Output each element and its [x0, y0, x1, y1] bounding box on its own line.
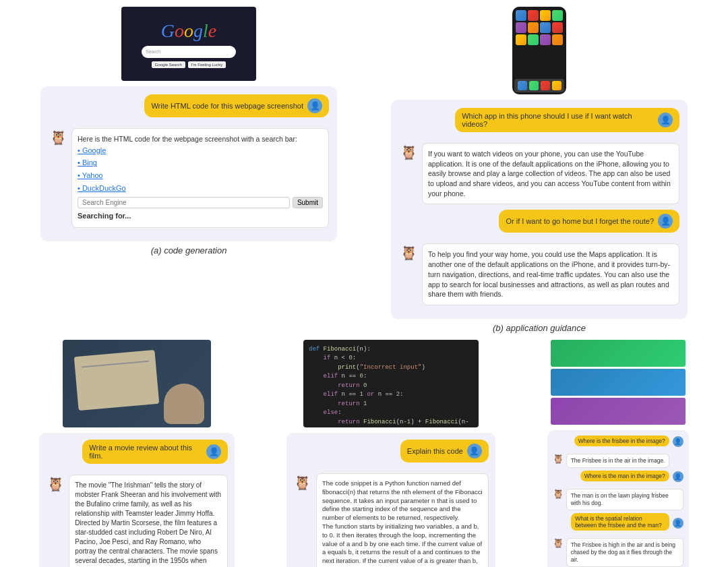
owl-avatar-c: 🦉	[46, 475, 65, 494]
ai-text-d: The code snippet is a Python function na…	[322, 479, 483, 567]
user-avatar-c: 👤	[206, 444, 221, 459]
user-row-b2: Or if I want to go home but I forget the…	[399, 210, 679, 238]
search-input[interactable]	[78, 197, 290, 208]
dock-icon-2	[529, 81, 539, 90]
user-row-b1: Which app in this phone should I use if …	[399, 108, 679, 138]
owl-avatar-b2: 🦉	[399, 243, 418, 262]
ai-text-b2: To help you find your way home, you coul…	[428, 250, 670, 298]
user-bubble-b1: Which app in this phone should I use if …	[455, 108, 679, 132]
mini-user-avatar-2: 👤	[673, 471, 684, 482]
ai-bubble-b1: If you want to watch videos on your phon…	[422, 143, 679, 204]
links-a: • Google • Bing • Yahoo • DuckDuckGo	[78, 144, 323, 195]
user-bubble-a: Write HTML code for this webpage screens…	[144, 94, 329, 117]
link-yahoo[interactable]: • Yahoo	[78, 169, 323, 182]
app-icon-9	[516, 34, 526, 45]
img-placeholder-1	[551, 340, 686, 367]
code-line-2: if n < 0:	[309, 354, 473, 363]
phone-screenshot	[512, 7, 566, 94]
user-bubble-b2: Or if I want to go home but I forget the…	[499, 210, 679, 233]
chat-container-a: Write HTML code for this webpage screens…	[40, 86, 337, 241]
owl-avatar-a: 🦉	[49, 128, 67, 147]
ai-response-b1: 🦉 If you want to watch videos on your ph…	[399, 143, 679, 204]
dock-icon-4	[552, 81, 562, 90]
code-line-5: return 0	[309, 382, 473, 391]
img-placeholder-2	[551, 369, 686, 396]
chat-container-d: Explain this code 👤 🦉 The code snippet i…	[286, 433, 495, 567]
mini-user-avatar-1: 👤	[673, 436, 684, 447]
mini-user-bubble-3: What is the spatial relation between the…	[571, 513, 669, 531]
caption-a: (a) code generation	[151, 245, 227, 256]
user-avatar-a: 👤	[307, 98, 322, 113]
user-icon-a: 👤	[310, 101, 320, 111]
user-bubble-d: Explain this code 👤	[400, 440, 489, 462]
link-bing[interactable]: • Bing	[78, 156, 323, 169]
ai-response-a: 🦉 Here is the HTML code for the webpage …	[49, 128, 329, 228]
search-button[interactable]: Submit	[293, 197, 323, 208]
owl-avatar-b1: 🦉	[399, 143, 418, 162]
app-icon-10	[528, 34, 539, 45]
app-icon-5	[516, 22, 526, 33]
bottom-row: Write a movie review about this film. 👤 …	[13, 340, 715, 567]
app-icon-12	[552, 34, 563, 45]
app-icon-6	[528, 22, 539, 33]
caption-b: (b) application guidance	[493, 323, 586, 333]
user-avatar-d: 👤	[467, 444, 482, 458]
user-message-a: Write HTML code for this webpage screens…	[151, 102, 303, 110]
user-icon-c: 👤	[209, 447, 219, 456]
link-duckduckgo[interactable]: • DuckDuckGo	[78, 182, 323, 195]
google-search-btn: Google Search	[152, 61, 185, 68]
link-google[interactable]: • Google	[78, 144, 323, 157]
user-bubble-c: Write a movie review about this film. 👤	[82, 440, 228, 464]
user-row-c: Write a movie review about this film. 👤	[46, 440, 228, 469]
app-icon-3	[540, 10, 551, 21]
owl-avatar-d: 🦉	[293, 473, 312, 492]
ai-response-d: 🦉 The code snippet is a Python function …	[293, 473, 489, 567]
phone-top-bar	[514, 10, 564, 45]
user-row-e2: Where is the man in the image? 👤	[553, 471, 684, 483]
top-row: Google Search Google Search I'm Feeling …	[13, 7, 715, 333]
mini-owl-1: 🦉	[553, 454, 564, 464]
ai-text-b1: If you want to watch videos on your phon…	[428, 150, 671, 198]
google-search-bar: Search	[142, 46, 236, 58]
app-icon-11	[540, 34, 551, 45]
ai-bubble-d: The code snippet is a Python function na…	[316, 473, 489, 567]
search-bar-mock: Submit	[78, 197, 323, 208]
user-message-b2: Or if I want to go home but I forget the…	[506, 217, 654, 225]
chat-container-c: Write a movie review about this film. 👤 …	[39, 433, 235, 567]
main-container: Google Search Google Search I'm Feeling …	[0, 0, 728, 567]
panel-a: Google Search Google Search I'm Feeling …	[34, 7, 344, 256]
image-sequence	[551, 340, 686, 425]
mini-owl-2: 🦉	[553, 489, 564, 499]
ai-text-c1: The movie "The Irishman" tells the story…	[75, 481, 222, 567]
img-placeholder-3	[551, 398, 686, 425]
user-avatar-b2: 👤	[658, 214, 673, 229]
mini-chat-1: 🦉 The Frisbee is in the air in the image…	[553, 454, 684, 468]
movie-thumbnail	[63, 340, 211, 427]
mini-ai-bubble-1: The Frisbee is in the air in the image.	[566, 454, 670, 468]
phone-dock	[514, 79, 564, 92]
user-row-a: Write HTML code for this webpage screens…	[49, 94, 329, 123]
dock-icon-3	[541, 81, 550, 90]
panel-d: def Fibonacci(n): if n < 0: print("Incor…	[283, 340, 499, 567]
app-icon-1	[516, 10, 526, 21]
app-icon-4	[552, 10, 563, 21]
user-icon-b1: 👤	[661, 115, 671, 125]
user-row-e3: What is the spatial relation between the…	[553, 513, 684, 533]
ticket-visual	[74, 350, 160, 411]
code-line-7: return 1	[309, 400, 473, 409]
chat-container-b: Which app in this phone should I use if …	[391, 100, 688, 319]
mini-chat-3: 🦉 The Frisbee is high in the air and is …	[553, 538, 684, 567]
user-row-d: Explain this code 👤	[293, 440, 489, 468]
ai-response-b2: 🦉 To help you find your way home, you co…	[399, 243, 679, 305]
user-row-e1: Where is the frisbee in the image? 👤	[553, 436, 684, 448]
user-message-b1: Which app in this phone should I use if …	[462, 112, 654, 128]
ai-bubble-b2: To help you find your way home, you coul…	[422, 243, 679, 305]
mini-chat-2: 🦉 The man is on the lawn playing frisbee…	[553, 489, 684, 510]
code-line-8: else:	[309, 409, 473, 418]
app-icon-8	[552, 22, 563, 33]
ai-response-c: 🦉 The movie "The Irishman" tells the sto…	[46, 475, 228, 567]
google-buttons: Google Search I'm Feeling Lucky	[152, 61, 226, 68]
google-bar-text: Search	[146, 49, 160, 54]
code-line-9: return Fibonacci(n-1) + Fibonacci(n-2)	[309, 418, 473, 427]
chat-container-e: Where is the frisbee in the image? 👤 🦉 T…	[547, 430, 689, 567]
